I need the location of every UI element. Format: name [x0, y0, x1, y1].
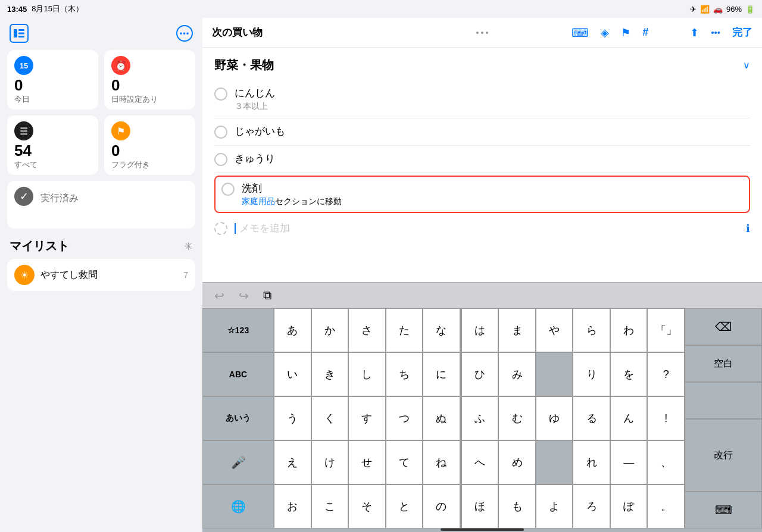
reminder-checkbox[interactable] — [214, 153, 227, 166]
key-shi[interactable]: し — [348, 352, 386, 396]
key-keyboard-switch[interactable]: ⌨ — [685, 492, 762, 528]
key-re[interactable]: れ — [573, 440, 610, 484]
undo-button[interactable]: ↩ — [212, 286, 227, 305]
key-hiragana[interactable]: あいう — [202, 396, 274, 440]
key-bracket[interactable]: 「」 — [647, 308, 685, 352]
keyboard-right-panel: ⌫ 空白 改行 ⌨ — [685, 308, 762, 528]
key-ro[interactable]: ろ — [573, 484, 610, 528]
key-no[interactable]: の — [423, 484, 460, 528]
key-i[interactable]: い — [274, 352, 311, 396]
move-link[interactable]: 家庭用品 — [242, 196, 275, 206]
key-mic[interactable]: 🎤 — [202, 440, 274, 484]
key-me[interactable]: め — [498, 440, 536, 484]
key-ke[interactable]: け — [311, 440, 349, 484]
more-icon[interactable]: ••• — [711, 27, 720, 37]
key-mi[interactable]: み — [498, 352, 536, 396]
smart-list-completed[interactable]: ✓ 実行済み — [7, 181, 195, 229]
list-item[interactable]: ☀ やすてし救問 7 — [7, 259, 195, 291]
reminder-checkbox[interactable] — [214, 126, 227, 139]
key-ni[interactable]: に — [423, 352, 460, 396]
key-space[interactable]: 空白 — [685, 345, 762, 382]
smart-list-flagged[interactable]: ⚑ 0 フラグ付き — [104, 115, 195, 175]
key-o[interactable]: お — [274, 484, 311, 528]
new-item-placeholder: メモを追加 — [239, 221, 290, 235]
key-wa[interactable]: わ — [610, 308, 648, 352]
sidebar-more-button[interactable]: ••• — [176, 25, 193, 42]
key-chi[interactable]: ち — [386, 352, 423, 396]
key-empty-yuu — [536, 440, 573, 484]
key-a[interactable]: あ — [274, 308, 311, 352]
key-ru[interactable]: る — [573, 396, 610, 440]
share-icon[interactable]: ⬆ — [690, 26, 699, 39]
key-te[interactable]: て — [386, 440, 423, 484]
key-he[interactable]: へ — [461, 440, 499, 484]
key-nu[interactable]: ぬ — [423, 396, 460, 440]
key-e[interactable]: え — [274, 440, 311, 484]
key-numeric[interactable]: ☆123 — [202, 308, 274, 352]
redo-button[interactable]: ↪ — [236, 286, 251, 305]
key-na[interactable]: な — [423, 308, 460, 352]
key-sa[interactable]: さ — [348, 308, 386, 352]
list-name: やすてし救問 — [40, 269, 183, 281]
keyboard-row-2: い き し ち に ひ み り を ? — [274, 352, 685, 396]
paste-button[interactable]: ⧉ — [261, 286, 274, 305]
key-ri[interactable]: り — [573, 352, 610, 396]
key-delete[interactable]: ⌫ — [685, 308, 762, 345]
key-yo[interactable]: よ — [536, 484, 573, 528]
key-po[interactable]: ぽ — [610, 484, 648, 528]
key-ra[interactable]: ら — [573, 308, 610, 352]
svg-rect-1 — [18, 29, 24, 31]
reminder-name: きゅうり — [235, 152, 750, 165]
key-fu[interactable]: ふ — [461, 396, 499, 440]
key-ku[interactable]: く — [311, 396, 349, 440]
hash-icon[interactable]: # — [642, 26, 648, 39]
key-ho[interactable]: ほ — [461, 484, 499, 528]
flag-icon[interactable]: ⚑ — [621, 26, 630, 39]
key-su[interactable]: す — [348, 396, 386, 440]
key-empty-right — [685, 382, 762, 419]
reminder-checkbox[interactable] — [221, 183, 235, 196]
key-hi[interactable]: ひ — [461, 352, 499, 396]
key-globe[interactable]: 🌐 — [202, 484, 274, 528]
key-ha[interactable]: は — [461, 308, 499, 352]
home-bar — [202, 528, 762, 532]
key-return[interactable]: 改行 — [685, 419, 762, 492]
smart-list-today[interactable]: 15 0 今日 — [7, 50, 98, 109]
keyboard-icon[interactable]: ⌨ — [572, 26, 589, 40]
key-mo[interactable]: も — [498, 484, 536, 528]
key-abc[interactable]: ABC — [202, 352, 274, 396]
key-to[interactable]: と — [386, 484, 423, 528]
key-ki[interactable]: き — [311, 352, 349, 396]
reminder-checkbox[interactable] — [214, 87, 227, 101]
smart-list-all[interactable]: ☰ 54 すべて — [7, 115, 98, 175]
key-se[interactable]: せ — [348, 440, 386, 484]
info-icon[interactable]: ℹ — [746, 222, 750, 235]
keyboard-row-4: え け せ て ね へ め れ — 、 — [274, 440, 685, 484]
section-title: 野菜・果物 — [214, 57, 274, 73]
key-ma[interactable]: ま — [498, 308, 536, 352]
key-tsu[interactable]: つ — [386, 396, 423, 440]
key-comma[interactable]: 、 — [647, 440, 685, 484]
key-ya[interactable]: や — [536, 308, 573, 352]
key-ko[interactable]: こ — [311, 484, 349, 528]
location-icon[interactable]: ◈ — [601, 26, 609, 39]
section-chevron[interactable]: ∨ — [743, 60, 750, 71]
key-yu[interactable]: ゆ — [536, 396, 573, 440]
airplane-icon: ✈ — [690, 5, 697, 14]
smart-list-scheduled[interactable]: ⏰ 0 日時設定あり — [104, 50, 195, 109]
key-dash[interactable]: — — [610, 440, 648, 484]
key-wo[interactable]: を — [610, 352, 648, 396]
sidebar-panel-icon[interactable] — [10, 24, 29, 43]
done-button[interactable]: 完了 — [732, 26, 752, 39]
key-so[interactable]: そ — [348, 484, 386, 528]
carplay-icon: 🚗 — [713, 5, 723, 14]
key-ta[interactable]: た — [386, 308, 423, 352]
key-ne[interactable]: ね — [423, 440, 460, 484]
key-exclaim[interactable]: ! — [647, 396, 685, 440]
key-mu[interactable]: む — [498, 396, 536, 440]
key-ka[interactable]: か — [311, 308, 349, 352]
key-question[interactable]: ? — [647, 352, 685, 396]
key-u[interactable]: う — [274, 396, 311, 440]
key-period[interactable]: 。 — [647, 484, 685, 528]
key-n[interactable]: ん — [610, 396, 648, 440]
